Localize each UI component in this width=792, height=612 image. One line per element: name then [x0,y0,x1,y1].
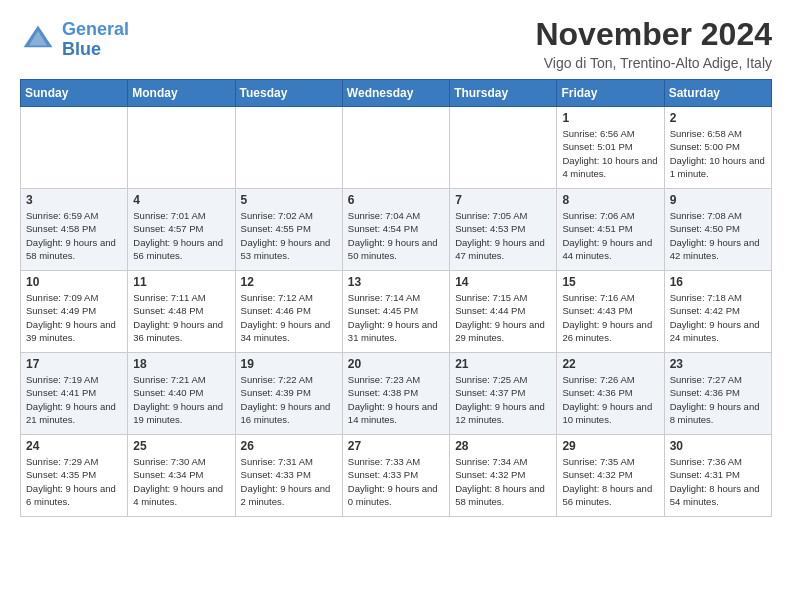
day-number: 29 [562,439,658,453]
day-info: Sunrise: 7:16 AM Sunset: 4:43 PM Dayligh… [562,291,658,344]
day-number: 28 [455,439,551,453]
header: General Blue November 2024 Vigo di Ton, … [20,16,772,71]
day-cell: 24Sunrise: 7:29 AM Sunset: 4:35 PM Dayli… [21,435,128,517]
day-number: 7 [455,193,551,207]
day-number: 26 [241,439,337,453]
day-cell: 25Sunrise: 7:30 AM Sunset: 4:34 PM Dayli… [128,435,235,517]
weekday-header-saturday: Saturday [664,80,771,107]
day-cell: 8Sunrise: 7:06 AM Sunset: 4:51 PM Daylig… [557,189,664,271]
day-number: 8 [562,193,658,207]
day-info: Sunrise: 7:01 AM Sunset: 4:57 PM Dayligh… [133,209,229,262]
day-info: Sunrise: 7:34 AM Sunset: 4:32 PM Dayligh… [455,455,551,508]
day-info: Sunrise: 7:12 AM Sunset: 4:46 PM Dayligh… [241,291,337,344]
calendar-title: November 2024 [535,16,772,53]
day-number: 22 [562,357,658,371]
day-number: 9 [670,193,766,207]
day-cell: 21Sunrise: 7:25 AM Sunset: 4:37 PM Dayli… [450,353,557,435]
day-number: 23 [670,357,766,371]
day-cell: 2Sunrise: 6:58 AM Sunset: 5:00 PM Daylig… [664,107,771,189]
day-info: Sunrise: 7:29 AM Sunset: 4:35 PM Dayligh… [26,455,122,508]
weekday-header-row: SundayMondayTuesdayWednesdayThursdayFrid… [21,80,772,107]
day-info: Sunrise: 7:22 AM Sunset: 4:39 PM Dayligh… [241,373,337,426]
day-cell: 7Sunrise: 7:05 AM Sunset: 4:53 PM Daylig… [450,189,557,271]
day-cell: 18Sunrise: 7:21 AM Sunset: 4:40 PM Dayli… [128,353,235,435]
day-info: Sunrise: 7:18 AM Sunset: 4:42 PM Dayligh… [670,291,766,344]
day-cell: 20Sunrise: 7:23 AM Sunset: 4:38 PM Dayli… [342,353,449,435]
day-info: Sunrise: 7:19 AM Sunset: 4:41 PM Dayligh… [26,373,122,426]
week-row-0: 1Sunrise: 6:56 AM Sunset: 5:01 PM Daylig… [21,107,772,189]
day-info: Sunrise: 7:27 AM Sunset: 4:36 PM Dayligh… [670,373,766,426]
day-cell: 17Sunrise: 7:19 AM Sunset: 4:41 PM Dayli… [21,353,128,435]
day-cell: 10Sunrise: 7:09 AM Sunset: 4:49 PM Dayli… [21,271,128,353]
weekday-header-wednesday: Wednesday [342,80,449,107]
day-number: 1 [562,111,658,125]
day-info: Sunrise: 7:23 AM Sunset: 4:38 PM Dayligh… [348,373,444,426]
weekday-header-tuesday: Tuesday [235,80,342,107]
day-number: 16 [670,275,766,289]
weekday-header-sunday: Sunday [21,80,128,107]
week-row-2: 10Sunrise: 7:09 AM Sunset: 4:49 PM Dayli… [21,271,772,353]
day-info: Sunrise: 7:08 AM Sunset: 4:50 PM Dayligh… [670,209,766,262]
day-number: 12 [241,275,337,289]
day-number: 24 [26,439,122,453]
day-info: Sunrise: 7:05 AM Sunset: 4:53 PM Dayligh… [455,209,551,262]
day-number: 27 [348,439,444,453]
day-number: 17 [26,357,122,371]
day-info: Sunrise: 6:56 AM Sunset: 5:01 PM Dayligh… [562,127,658,180]
day-cell [342,107,449,189]
day-info: Sunrise: 7:09 AM Sunset: 4:49 PM Dayligh… [26,291,122,344]
day-cell [21,107,128,189]
logo-icon [20,22,56,58]
day-info: Sunrise: 7:04 AM Sunset: 4:54 PM Dayligh… [348,209,444,262]
day-cell: 4Sunrise: 7:01 AM Sunset: 4:57 PM Daylig… [128,189,235,271]
day-info: Sunrise: 7:35 AM Sunset: 4:32 PM Dayligh… [562,455,658,508]
day-number: 2 [670,111,766,125]
day-number: 3 [26,193,122,207]
day-cell: 16Sunrise: 7:18 AM Sunset: 4:42 PM Dayli… [664,271,771,353]
weekday-header-monday: Monday [128,80,235,107]
day-cell: 15Sunrise: 7:16 AM Sunset: 4:43 PM Dayli… [557,271,664,353]
day-cell: 9Sunrise: 7:08 AM Sunset: 4:50 PM Daylig… [664,189,771,271]
logo-text: General Blue [62,20,129,60]
day-info: Sunrise: 7:25 AM Sunset: 4:37 PM Dayligh… [455,373,551,426]
day-cell: 1Sunrise: 6:56 AM Sunset: 5:01 PM Daylig… [557,107,664,189]
day-cell: 13Sunrise: 7:14 AM Sunset: 4:45 PM Dayli… [342,271,449,353]
day-info: Sunrise: 7:33 AM Sunset: 4:33 PM Dayligh… [348,455,444,508]
weekday-header-thursday: Thursday [450,80,557,107]
weekday-header-friday: Friday [557,80,664,107]
day-cell [450,107,557,189]
day-info: Sunrise: 7:21 AM Sunset: 4:40 PM Dayligh… [133,373,229,426]
week-row-3: 17Sunrise: 7:19 AM Sunset: 4:41 PM Dayli… [21,353,772,435]
day-info: Sunrise: 7:31 AM Sunset: 4:33 PM Dayligh… [241,455,337,508]
page: General Blue November 2024 Vigo di Ton, … [0,0,792,533]
day-cell: 11Sunrise: 7:11 AM Sunset: 4:48 PM Dayli… [128,271,235,353]
day-cell: 29Sunrise: 7:35 AM Sunset: 4:32 PM Dayli… [557,435,664,517]
logo-line1: General [62,19,129,39]
day-number: 18 [133,357,229,371]
day-info: Sunrise: 6:59 AM Sunset: 4:58 PM Dayligh… [26,209,122,262]
title-block: November 2024 Vigo di Ton, Trentino-Alto… [535,16,772,71]
day-cell: 30Sunrise: 7:36 AM Sunset: 4:31 PM Dayli… [664,435,771,517]
week-row-4: 24Sunrise: 7:29 AM Sunset: 4:35 PM Dayli… [21,435,772,517]
day-info: Sunrise: 7:06 AM Sunset: 4:51 PM Dayligh… [562,209,658,262]
day-number: 21 [455,357,551,371]
day-info: Sunrise: 6:58 AM Sunset: 5:00 PM Dayligh… [670,127,766,180]
calendar-header: SundayMondayTuesdayWednesdayThursdayFrid… [21,80,772,107]
day-cell: 3Sunrise: 6:59 AM Sunset: 4:58 PM Daylig… [21,189,128,271]
day-number: 19 [241,357,337,371]
day-cell: 28Sunrise: 7:34 AM Sunset: 4:32 PM Dayli… [450,435,557,517]
day-cell: 6Sunrise: 7:04 AM Sunset: 4:54 PM Daylig… [342,189,449,271]
day-number: 14 [455,275,551,289]
day-info: Sunrise: 7:26 AM Sunset: 4:36 PM Dayligh… [562,373,658,426]
day-number: 11 [133,275,229,289]
day-number: 4 [133,193,229,207]
day-cell: 23Sunrise: 7:27 AM Sunset: 4:36 PM Dayli… [664,353,771,435]
day-info: Sunrise: 7:14 AM Sunset: 4:45 PM Dayligh… [348,291,444,344]
day-info: Sunrise: 7:11 AM Sunset: 4:48 PM Dayligh… [133,291,229,344]
day-number: 15 [562,275,658,289]
day-cell [235,107,342,189]
week-row-1: 3Sunrise: 6:59 AM Sunset: 4:58 PM Daylig… [21,189,772,271]
calendar-table: SundayMondayTuesdayWednesdayThursdayFrid… [20,79,772,517]
day-cell: 12Sunrise: 7:12 AM Sunset: 4:46 PM Dayli… [235,271,342,353]
day-number: 25 [133,439,229,453]
